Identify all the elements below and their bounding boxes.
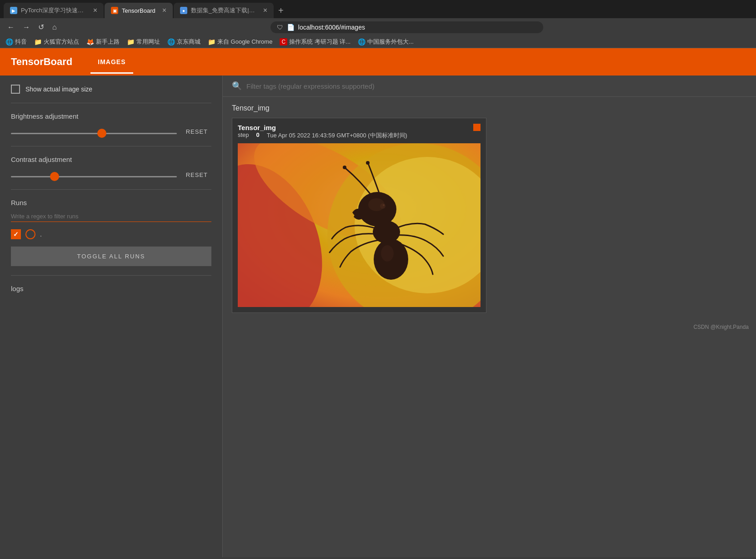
bookmark-china-icon: 🌐 <box>358 38 365 45</box>
address-bar[interactable]: 🛡 📄 <box>270 21 543 33</box>
show-size-checkbox[interactable] <box>11 85 20 94</box>
shield-icon: 🛡 <box>277 24 283 31</box>
contrast-section: Contrast adjustment RESET <box>11 156 211 190</box>
tab-bar: ▶ PyTorch深度学习快速入门教程... × ▣ TensorBoard ×… <box>0 0 756 18</box>
timestamp: Tue Apr 05 2022 16:43:59 GMT+0800 (中国标准时… <box>267 131 407 140</box>
bookmark-firefox-icon: 📁 <box>34 38 42 45</box>
bookmark-jd[interactable]: 🌐 京东商城 <box>167 38 200 46</box>
image-card-header: Tensor_img step 0 Tue Apr 05 2022 16:43:… <box>238 124 481 140</box>
bookmark-google-label: 来自 Google Chrome <box>217 38 272 46</box>
back-button[interactable]: ← <box>5 21 16 33</box>
show-size-row: Show actual image size <box>11 85 211 94</box>
new-tab-button[interactable]: + <box>275 4 287 18</box>
forward-button[interactable]: → <box>21 21 32 33</box>
address-input[interactable] <box>298 24 537 31</box>
svg-point-8 <box>343 166 346 169</box>
bookmark-google-icon: 📁 <box>208 38 215 45</box>
image-card: Tensor_img step 0 Tue Apr 05 2022 16:43:… <box>232 118 486 313</box>
brightness-section: Brightness adjustment RESET <box>11 112 211 146</box>
ant-image-svg <box>238 143 481 307</box>
bookmark-douyin-label: 抖音 <box>15 38 27 46</box>
bookmark-os[interactable]: C 操作系统 考研习题 详... <box>280 38 350 46</box>
logs-label: logs <box>11 285 24 292</box>
tab-baidu-label: 数据集_免费高速下载|百度网盘... <box>191 6 260 15</box>
tb-body: Show actual image size Brightness adjust… <box>0 76 756 557</box>
address-bar-row: ← → ↺ ⌂ 🛡 📄 <box>0 18 756 36</box>
image-step-row: step 0 Tue Apr 05 2022 16:43:59 GMT+0800… <box>238 131 407 140</box>
bookmark-common-label: 常用网址 <box>136 38 160 46</box>
run-item-dot: ✓ . <box>11 229 211 239</box>
tab-pytorch[interactable]: ▶ PyTorch深度学习快速入门教程... × <box>4 3 104 18</box>
bookmark-newuser[interactable]: 🦊 新手上路 <box>86 38 120 46</box>
bookmark-os-label: 操作系统 考研习题 详... <box>289 38 350 46</box>
run-circle-dot[interactable] <box>25 229 35 239</box>
image-card-title: Tensor_img <box>238 124 407 131</box>
nav-images[interactable]: IMAGES <box>90 50 133 74</box>
tensorboard-header: TensorBoard IMAGES <box>0 48 756 76</box>
logs-section: logs <box>11 285 211 292</box>
tab-baidu[interactable]: ● 数据集_免费高速下载|百度网盘... × <box>174 3 274 18</box>
refresh-button[interactable]: ↺ <box>36 21 46 33</box>
bookmark-china-label: 中国服务外包大... <box>367 38 414 46</box>
search-icon: 🔍 <box>232 81 242 91</box>
bookmark-google[interactable]: 📁 来自 Google Chrome <box>208 38 272 46</box>
regex-input[interactable] <box>11 211 211 222</box>
tab-tensorboard-close[interactable]: × <box>162 6 166 15</box>
tab-pytorch-close[interactable]: × <box>93 6 97 15</box>
brightness-slider-container <box>11 128 177 136</box>
brightness-slider[interactable] <box>11 133 177 134</box>
bookmark-newuser-label: 新手上路 <box>96 38 120 46</box>
search-input[interactable] <box>246 82 747 90</box>
contrast-label: Contrast adjustment <box>11 156 211 163</box>
tab-tensorboard[interactable]: ▣ TensorBoard × <box>105 3 173 18</box>
contrast-slider-row: RESET <box>11 170 211 180</box>
run-name-dot: . <box>40 231 42 238</box>
bookmark-common-icon: 📁 <box>127 38 135 45</box>
toggle-all-runs-button[interactable]: TOGGLE ALL RUNS <box>11 247 211 266</box>
page-icon: 📄 <box>287 24 295 31</box>
show-size-section: Show actual image size <box>11 85 211 103</box>
brightness-label: Brightness adjustment <box>11 112 211 120</box>
bookmark-common[interactable]: 📁 常用网址 <box>127 38 160 46</box>
bookmark-douyin[interactable]: 🌐 抖音 <box>5 38 27 46</box>
bookmark-china[interactable]: 🌐 中国服务外包大... <box>358 38 414 46</box>
home-button[interactable]: ⌂ <box>50 21 59 33</box>
sidebar: Show actual image size Brightness adjust… <box>0 76 223 557</box>
runs-label: Runs <box>11 199 211 206</box>
bookmark-newuser-icon: 🦊 <box>86 38 94 45</box>
contrast-reset-button[interactable]: RESET <box>182 170 211 180</box>
image-display <box>238 143 481 307</box>
bookmark-os-icon: C <box>280 38 287 45</box>
tensorboard-logo: TensorBoard <box>11 56 72 68</box>
expand-icon[interactable] <box>473 124 481 131</box>
tab-baidu-close[interactable]: × <box>263 6 267 15</box>
browser-chrome: ▶ PyTorch深度学习快速入门教程... × ▣ TensorBoard ×… <box>0 0 756 48</box>
image-card-info: Tensor_img step 0 Tue Apr 05 2022 16:43:… <box>238 124 407 140</box>
contrast-slider-container <box>11 171 177 179</box>
svg-point-12 <box>381 245 394 262</box>
bookmarks-bar: 🌐 抖音 📁 火狐官方站点 🦊 新手上路 📁 常用网址 🌐 京东商城 📁 来自 … <box>0 36 756 48</box>
bookmark-jd-label: 京东商城 <box>177 38 200 46</box>
step-value: 0 <box>256 131 260 140</box>
run-checkbox-dot[interactable]: ✓ <box>11 229 21 239</box>
search-bar: 🔍 <box>223 76 756 97</box>
bookmark-firefox-label: 火狐官方站点 <box>44 38 79 46</box>
brightness-reset-button[interactable]: RESET <box>182 126 211 137</box>
tab-pytorch-label: PyTorch深度学习快速入门教程... <box>21 6 90 15</box>
image-section-title: Tensor_img <box>232 104 747 112</box>
watermark: CSDN @Knight.Panda <box>223 320 756 334</box>
runs-section: Runs ✓ . TOGGLE ALL RUNS <box>11 199 211 276</box>
tab-tensorboard-label: TensorBoard <box>122 7 159 14</box>
bookmark-firefox[interactable]: 📁 火狐官方站点 <box>34 38 79 46</box>
contrast-slider[interactable] <box>11 176 177 177</box>
image-section: Tensor_img Tensor_img step 0 Tue Apr 05 … <box>223 97 756 320</box>
svg-point-9 <box>366 161 370 165</box>
step-label: step <box>238 131 249 140</box>
main-content: 🔍 Tensor_img Tensor_img step 0 Tue Apr 0… <box>223 76 756 557</box>
brightness-slider-row: RESET <box>11 126 211 137</box>
svg-point-13 <box>368 198 385 211</box>
show-size-label: Show actual image size <box>25 86 92 93</box>
bookmark-douyin-icon: 🌐 <box>5 38 13 45</box>
bookmark-jd-icon: 🌐 <box>167 38 175 45</box>
